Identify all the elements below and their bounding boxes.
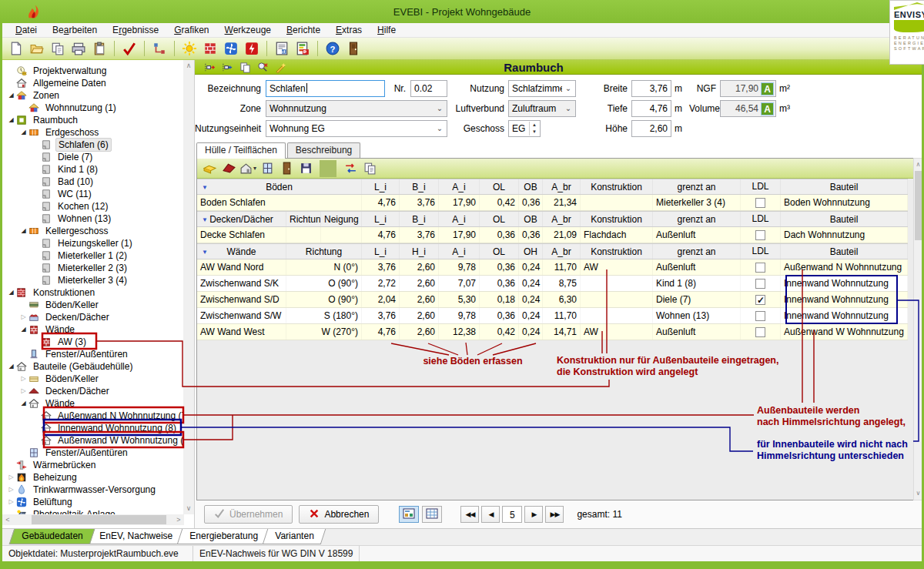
tree-item[interactable]: Außenwand N Wohnnutzung (7): [2, 410, 184, 422]
house-icon-small[interactable]: [239, 160, 256, 177]
scroll-up-icon[interactable]: ∧: [183, 60, 194, 72]
nr-input[interactable]: 0.02: [410, 80, 447, 97]
tree-item[interactable]: Mieterkeller 3 (4): [2, 274, 184, 286]
zone-select[interactable]: Wohnnutzung⌄: [266, 100, 447, 117]
tree-item[interactable]: Außenwand W Wohnnutzung (9): [2, 434, 184, 447]
check-icon[interactable]: [120, 39, 139, 58]
tree-item[interactable]: Schlafen (6): [2, 139, 184, 151]
filter-icon[interactable]: ▼: [202, 179, 208, 194]
scroll-down-icon[interactable]: ∨: [183, 503, 194, 514]
tree-expander-icon[interactable]: ▷: [7, 484, 15, 496]
door-icon[interactable]: [278, 160, 295, 177]
table-row[interactable]: Boden Schlafen 4,76 3,76 17,90 0,42 0,36…: [197, 195, 908, 211]
tree-item[interactable]: ▷ Trinkwarmwasser-Versorgung: [2, 484, 184, 496]
tree-vertical-scrollbar[interactable]: ∧ ∨: [183, 60, 194, 514]
nutzungseinheit-select[interactable]: Wohnung EG⌄: [266, 120, 447, 137]
tree-item[interactable]: Böden/Keller: [2, 299, 184, 311]
form-view-button[interactable]: [399, 506, 419, 523]
tree-item[interactable]: Fenster/Außentüren: [2, 447, 184, 459]
geschoss-spinner[interactable]: EG ▲▼: [508, 120, 541, 137]
ldl-checkbox[interactable]: [755, 279, 765, 289]
fan-icon[interactable]: [222, 39, 240, 58]
tree-item[interactable]: Photovoltaik-Anlage: [2, 508, 184, 514]
auto-calc-button[interactable]: A: [761, 82, 774, 95]
tree-item[interactable]: ◢ Erdgeschoss: [2, 126, 184, 139]
table-row[interactable]: Zwischenwand S/D O (90°) 2,04 2,60 5,30 …: [197, 292, 908, 308]
table-row[interactable]: Zwischenwand S/K O (90°) 2,72 2,60 7,07 …: [197, 276, 908, 292]
ldl-checkbox[interactable]: [755, 295, 765, 305]
menu-item[interactable]: Hilfe: [370, 23, 403, 37]
save-icon[interactable]: [297, 160, 314, 177]
floor-icon[interactable]: [201, 160, 218, 177]
filter-icon[interactable]: ▼: [202, 212, 208, 226]
roof-icon[interactable]: [220, 160, 237, 177]
menu-item[interactable]: Extras: [329, 23, 369, 37]
tree-item[interactable]: ◢ Kellergeschoss: [2, 225, 184, 237]
toolbar-button[interactable]: [266, 41, 267, 56]
tree-item[interactable]: Fenster/Außentüren: [2, 348, 184, 360]
tree-expander-icon[interactable]: ◢: [7, 360, 15, 373]
tree-expander-icon[interactable]: ◢: [19, 126, 28, 139]
ldl-checkbox[interactable]: [755, 311, 765, 321]
tree-item[interactable]: Kind 1 (8): [2, 163, 184, 176]
bottom-tab[interactable]: Varianten: [263, 529, 326, 544]
tree-item[interactable]: ◢ Raumbuch: [2, 114, 184, 126]
tree-expander-icon[interactable]: ▷: [7, 471, 15, 484]
ldl-checkbox[interactable]: [755, 327, 765, 337]
bezeichnung-input[interactable]: Schlafen: [266, 80, 385, 97]
tree-item[interactable]: Heizungskeller (1): [2, 237, 184, 249]
wall-icon[interactable]: [201, 39, 219, 58]
uebernehmen-button[interactable]: Übernehmen: [204, 505, 293, 524]
tree-horizontal-scrollbar[interactable]: < >: [2, 514, 184, 525]
table-row[interactable]: Zwischenwand S/W S (180°) 3,76 2,60 9,78…: [197, 308, 908, 324]
tree-item[interactable]: WC (11): [2, 188, 184, 200]
table-row[interactable]: AW Wand West W (270°) 4,76 2,60 12,38 0,…: [197, 324, 908, 340]
table-toolbar-button[interactable]: [320, 160, 336, 177]
tree-item[interactable]: ◢ Zonen: [2, 89, 184, 102]
help-icon[interactable]: ?: [323, 39, 342, 58]
toolbar-button[interactable]: [174, 41, 175, 56]
filter-icon[interactable]: ▼: [202, 244, 208, 259]
toolbar-button[interactable]: [317, 41, 318, 56]
menu-item[interactable]: Datei: [8, 23, 44, 37]
energy-report-icon[interactable]: [293, 39, 312, 58]
tree-item[interactable]: ◢ Wände: [2, 323, 184, 336]
tree-expander-icon[interactable]: ◢: [7, 286, 15, 299]
nav-button[interactable]: ◀: [481, 506, 500, 523]
menu-item[interactable]: Berichte: [280, 23, 327, 37]
menu-item[interactable]: Werkzeuge: [218, 23, 278, 37]
nav-button[interactable]: ◀◀: [460, 506, 479, 523]
tree-item[interactable]: Diele (7): [2, 151, 184, 163]
sun-icon[interactable]: [180, 39, 199, 58]
hoehe-input[interactable]: 2,60: [631, 120, 671, 137]
tree-item[interactable]: Kochen (12): [2, 200, 184, 213]
bottom-tab[interactable]: Energieberatung: [177, 529, 270, 544]
tiefe-input[interactable]: 4,76: [631, 100, 671, 117]
new-file-icon[interactable]: [7, 39, 25, 58]
tree-expander-icon[interactable]: ▷: [19, 373, 28, 385]
ldl-checkbox[interactable]: [755, 230, 765, 240]
lightning-icon[interactable]: [243, 39, 261, 58]
tab[interactable]: Hülle / Teilflächen: [196, 142, 286, 159]
tree-item[interactable]: ▷ Belüftung: [2, 496, 184, 508]
luftverbund-select[interactable]: Zuluftraum⌄: [508, 100, 576, 117]
tree-item[interactable]: Wohnnutzung (1): [2, 102, 184, 114]
scrollbar-thumb[interactable]: [32, 515, 166, 524]
tree-expander-icon[interactable]: ◢: [19, 397, 28, 410]
scroll-left-icon[interactable]: <: [2, 514, 13, 525]
copy-icon[interactable]: [49, 39, 67, 58]
toolbar-button[interactable]: [144, 41, 145, 56]
tree-item[interactable]: ▷ Decken/Dächer: [2, 311, 184, 323]
table-view-button[interactable]: [422, 506, 442, 523]
nav-button[interactable]: ▶: [524, 506, 543, 523]
tree-item[interactable]: ◢ Wände: [2, 397, 184, 410]
open-folder-icon[interactable]: [28, 39, 46, 58]
bottom-tab[interactable]: Gebäudedaten: [9, 529, 95, 544]
exit-door-icon[interactable]: [344, 39, 363, 58]
window-icon[interactable]: [259, 160, 276, 177]
scroll-right-icon[interactable]: >: [173, 514, 184, 525]
tree-item[interactable]: ◢ Konstruktionen: [2, 286, 184, 299]
tree-item[interactable]: Mieterkeller 2 (3): [2, 262, 184, 274]
tree-expander-icon[interactable]: ◢: [7, 114, 15, 126]
menu-item[interactable]: Grafiken: [167, 23, 216, 37]
